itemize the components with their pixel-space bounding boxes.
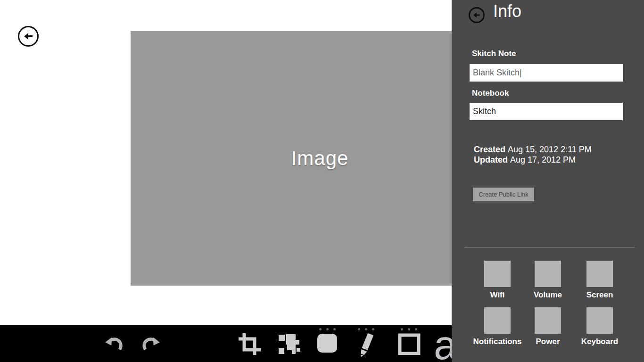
wifi-label: Wifi	[490, 290, 504, 300]
settings-tile-notifications[interactable]: Notifications	[471, 307, 523, 346]
panel-divider	[464, 247, 635, 247]
redo-button[interactable]	[139, 333, 160, 354]
marker-tool-button[interactable]	[355, 328, 377, 358]
shape-icon	[317, 333, 338, 353]
marker-tool-options-dots	[358, 328, 374, 330]
notifications-icon	[484, 307, 511, 334]
panel-title: Info	[493, 1, 521, 22]
settings-tile-power[interactable]: Power	[522, 307, 574, 346]
skitch-note-label: Skitch Note	[472, 49, 516, 58]
created-label: Created	[474, 145, 505, 154]
updated-label: Updated	[474, 155, 508, 165]
panel-back-arrow-icon	[472, 11, 481, 19]
notebook-value: Skitch	[473, 107, 496, 116]
create-public-link-button[interactable]: Create Public Link	[473, 188, 534, 201]
pixelate-icon	[278, 333, 300, 354]
volume-icon	[535, 261, 561, 287]
crop-icon	[238, 332, 261, 355]
undo-button[interactable]	[105, 333, 126, 354]
editing-toolbar: a	[0, 325, 452, 362]
created-row: CreatedAug 15, 2012 2:11 PM	[474, 144, 592, 155]
screen-icon	[586, 261, 613, 287]
text-caret: |	[520, 68, 522, 77]
settings-tile-keyboard[interactable]: Keyboard	[574, 307, 626, 346]
note-metadata: CreatedAug 15, 2012 2:11 PM UpdatedAug 1…	[474, 144, 592, 165]
rectangle-icon	[397, 333, 421, 355]
notebook-input[interactable]: Skitch	[470, 103, 623, 120]
image-placeholder-text: Image	[291, 147, 349, 170]
redo-icon	[139, 333, 160, 354]
wifi-icon	[484, 261, 511, 287]
notebook-label: Notebook	[472, 89, 509, 98]
power-icon	[535, 307, 561, 334]
keyboard-icon	[586, 307, 613, 334]
keyboard-label: Keyboard	[581, 337, 618, 346]
updated-row: UpdatedAug 17, 2012 PM	[474, 155, 592, 165]
settings-tile-screen[interactable]: Screen	[574, 261, 626, 300]
shape-tool-button[interactable]	[317, 328, 338, 353]
pixelate-tool-button[interactable]	[278, 333, 300, 354]
rectangle-tool-options-dots	[401, 328, 417, 330]
screen-label: Screen	[586, 290, 613, 300]
crop-tool-button[interactable]	[238, 332, 261, 355]
back-button[interactable]	[18, 26, 39, 47]
updated-value: Aug 17, 2012 PM	[510, 155, 576, 165]
settings-tile-volume[interactable]: Volume	[522, 261, 574, 300]
info-panel: Info Skitch Note Blank Skitch| Notebook …	[452, 0, 644, 362]
volume-label: Volume	[534, 290, 562, 300]
power-label: Power	[536, 337, 560, 346]
rectangle-tool-button[interactable]	[397, 328, 421, 355]
notifications-label: Notifications	[473, 337, 522, 346]
skitch-note-value: Blank Skitch	[473, 68, 520, 77]
undo-icon	[105, 333, 126, 354]
shape-tool-options-dots	[319, 328, 336, 330]
panel-back-button[interactable]	[469, 7, 485, 23]
back-arrow-icon	[23, 31, 34, 42]
skitch-note-input[interactable]: Blank Skitch|	[470, 64, 623, 82]
info-panel-header: Info	[452, 0, 644, 30]
marker-icon	[355, 333, 377, 358]
created-value: Aug 15, 2012 2:11 PM	[508, 145, 592, 154]
skitch-app: Image	[0, 0, 644, 362]
settings-tile-wifi[interactable]: Wifi	[471, 261, 523, 300]
